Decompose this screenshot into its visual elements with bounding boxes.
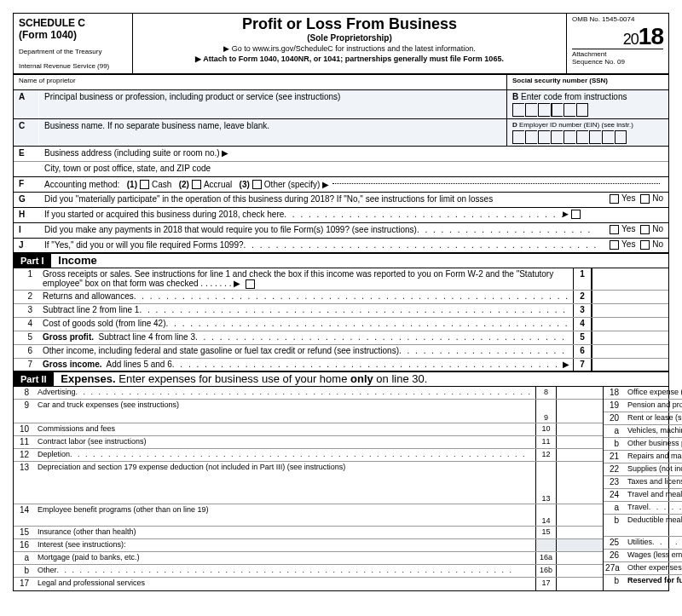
cash-checkbox[interactable]: [140, 180, 149, 189]
label-j: J: [14, 239, 39, 252]
line-5: 5 Gross profit. Subtract line 4 from lin…: [14, 331, 668, 345]
part-2-header: Part II Expenses. Enter expenses for bus…: [14, 372, 668, 387]
line-b: B Enter code from instructions: [506, 90, 668, 118]
line-b-text: Enter code from instructions: [521, 92, 627, 101]
line-j-text: If "Yes," did you or will you file requi…: [44, 240, 244, 250]
line-j: J If "Yes," did you or will you file req…: [14, 239, 668, 254]
other-checkbox[interactable]: [252, 180, 262, 189]
line-g: G Did you "materially participate" in th…: [14, 193, 668, 208]
schedule-c-form: SCHEDULE C (Form 1040) Department of the…: [13, 13, 669, 591]
j-yes-checkbox[interactable]: [610, 240, 619, 250]
line1-checkbox[interactable]: [246, 279, 255, 289]
label-h: H: [14, 208, 39, 222]
line-h-text: If you started or acquired this business…: [44, 210, 284, 221]
expenses-left: 8Advertising8 9Car and truck expenses (s…: [14, 387, 604, 590]
line-d: D Employer ID number (EIN) (see instr.): [506, 119, 668, 146]
line-c-text: Business name. If no separate business n…: [39, 119, 506, 146]
expenses-right: 18Office expense (see instructions)18 19…: [604, 387, 682, 590]
expenses-grid: 8Advertising8 9Car and truck expenses (s…: [14, 387, 668, 590]
form-header: SCHEDULE C (Form 1040) Department of the…: [14, 14, 668, 75]
g-yes-checkbox[interactable]: [610, 194, 619, 204]
line-e1-text: Business address (including suite or roo…: [39, 147, 668, 161]
part-1-header: Part I Income: [14, 254, 668, 268]
label-e: E: [14, 147, 39, 161]
label-c: C: [14, 119, 39, 146]
g-no-checkbox[interactable]: [640, 194, 650, 204]
line-e2-text: City, town or post office, state, and ZI…: [39, 162, 668, 176]
label-i: I: [14, 223, 39, 238]
line-6: 6 Other income, including federal and st…: [14, 345, 668, 359]
tax-year: 2018: [572, 23, 663, 50]
sequence-label: Sequence No. 09: [572, 58, 663, 66]
line-d-text: Employer ID number (EIN) (see instr.): [519, 121, 633, 129]
i-no-checkbox[interactable]: [640, 225, 650, 234]
header-right: OMB No. 1545-0074 2018 Attachment Sequen…: [566, 14, 668, 73]
line-e2: City, town or post office, state, and ZI…: [14, 162, 668, 177]
line-4: 4 Cost of goods sold (from line 42) 4: [14, 318, 668, 331]
code-boxes[interactable]: [512, 103, 663, 117]
irs-label: Internal Revenue Service (99): [19, 62, 127, 70]
line-f: F Accounting method: (1) Cash (2) Accrua…: [14, 177, 668, 193]
j-no-checkbox[interactable]: [640, 240, 650, 250]
line-3-amount[interactable]: [592, 304, 668, 317]
line-h: H If you started or acquired this busine…: [14, 208, 668, 223]
schedule-label: SCHEDULE C: [19, 17, 127, 29]
line-a-b: A Principal business or profession, incl…: [14, 90, 668, 119]
header-left: SCHEDULE C (Form 1040) Department of the…: [14, 14, 133, 73]
line-5-amount[interactable]: [592, 331, 668, 344]
label-g: G: [14, 193, 39, 207]
line-a-text: Principal business or profession, includ…: [39, 90, 506, 118]
form-title: Profit or Loss From Business: [138, 15, 561, 33]
h-checkbox[interactable]: [571, 210, 581, 219]
line-g-text: Did you "materially participate" in the …: [39, 193, 602, 207]
line-f-content: Accounting method: (1) Cash (2) Accrual …: [39, 177, 668, 192]
ein-boxes[interactable]: [512, 130, 663, 144]
i-yes-checkbox[interactable]: [610, 225, 619, 234]
form-number: (Form 1040): [19, 29, 127, 41]
line-i-text: Did you make any payments in 2018 that w…: [44, 225, 417, 236]
line-6-amount[interactable]: [592, 345, 668, 358]
line-4-amount[interactable]: [592, 318, 668, 331]
line-7-amount[interactable]: [592, 359, 668, 371]
proprietor-label: Name of proprietor: [14, 75, 506, 89]
label-a: A: [14, 90, 39, 118]
line-c-d: C Business name. If no separate business…: [14, 119, 668, 147]
line-2: 2 Returns and allowances 2: [14, 291, 668, 304]
accrual-checkbox[interactable]: [192, 180, 201, 189]
instr-1: ▶ Go to www.irs.gov/ScheduleC for instru…: [138, 44, 561, 53]
header-center: Profit or Loss From Business (Sole Propr…: [133, 14, 566, 73]
instr-2: ▶ Attach to Form 1040, 1040NR, or 1041; …: [138, 55, 561, 63]
line-3: 3 Subtract line 2 from line 1 3: [14, 304, 668, 318]
label-f: F: [14, 177, 39, 192]
line-1-amount[interactable]: [592, 268, 668, 290]
ssn-label: Social security number (SSN): [506, 75, 668, 89]
line-1: 1 Gross receipts or sales. See instructi…: [14, 268, 668, 291]
omb-number: OMB No. 1545-0074: [572, 15, 663, 23]
dept-label: Department of the Treasury: [19, 48, 127, 55]
line-i: I Did you make any payments in 2018 that…: [14, 223, 668, 239]
proprietor-row: Name of proprietor Social security numbe…: [14, 75, 668, 90]
line-e1: E Business address (including suite or r…: [14, 147, 668, 162]
line-2-amount[interactable]: [592, 291, 668, 303]
form-subtitle: (Sole Proprietorship): [138, 33, 561, 43]
